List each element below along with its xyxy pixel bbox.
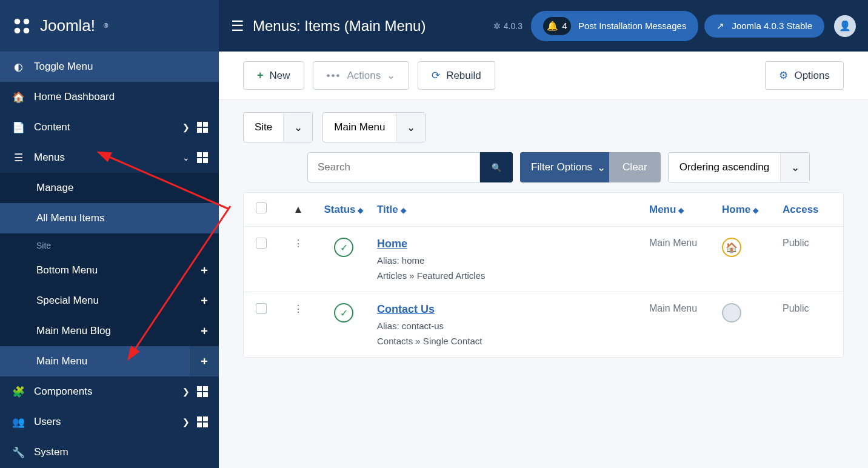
chevron-down-icon: ⌄ xyxy=(597,161,606,174)
dots-icon: ••• xyxy=(327,70,341,82)
add-icon[interactable]: + xyxy=(190,255,219,286)
bell-icon: 🔔 xyxy=(547,21,558,32)
plus-icon: + xyxy=(257,69,264,82)
toggle-icon: ◐ xyxy=(11,61,25,73)
table-row: ⋮ ✓ Contact Us Alias: contact-us Contact… xyxy=(244,292,843,357)
row-checkbox[interactable] xyxy=(256,303,267,314)
joomla-icon: ✲ xyxy=(493,21,501,31)
joomla-stable-link[interactable]: ↗ Joomla 4.0.3 Stable xyxy=(704,15,824,38)
table-row: ⋮ ✓ Home Alias: home Articles » Featured… xyxy=(244,227,843,292)
sort-menu[interactable]: Menu◆ xyxy=(649,204,722,216)
chevron-down-icon: ⌄ xyxy=(182,153,190,162)
logo[interactable]: Joomla!® xyxy=(0,0,219,52)
sidebar-menus[interactable]: ☰ Menus ⌄ xyxy=(0,142,219,173)
chevron-down-icon: ⌄ xyxy=(387,69,395,82)
submenu-special-menu[interactable]: Special Menu+ xyxy=(0,286,219,316)
chevron-down-icon: ⌄ xyxy=(780,153,809,182)
post-install-messages[interactable]: 🔔4 Post Installation Messages xyxy=(531,11,698,41)
external-link-icon: ↗ xyxy=(716,21,724,32)
home-label: Home Dashboard xyxy=(34,91,208,103)
dashboard-icon[interactable] xyxy=(197,416,208,427)
submenu-main-menu[interactable]: Main Menu🏠+ xyxy=(0,346,219,376)
item-path: Articles » Featured Articles xyxy=(377,270,649,281)
toolbar: +New •••Actions⌄ ⟳Rebuild ⚙Options xyxy=(219,52,868,100)
search-input[interactable] xyxy=(307,152,480,182)
chevron-right-icon: ❯ xyxy=(182,122,190,132)
item-menu: Main Menu xyxy=(649,303,722,346)
home-default-icon[interactable]: 🏠 xyxy=(722,238,741,257)
select-all-checkbox[interactable] xyxy=(256,202,267,213)
menus-submenu: Manage All Menu Items Site Bottom Menu+ … xyxy=(0,173,219,376)
client-select[interactable]: Site⌄ xyxy=(243,112,313,142)
ordering-select[interactable]: Ordering ascending⌄ xyxy=(668,152,810,182)
item-menu: Main Menu xyxy=(649,238,722,281)
chevron-right-icon: ❯ xyxy=(182,417,190,427)
add-icon[interactable]: + xyxy=(190,316,219,346)
joomla-icon xyxy=(11,15,33,37)
sort-status[interactable]: Status◆ xyxy=(310,204,377,216)
menu-select[interactable]: Main Menu⌄ xyxy=(322,112,426,142)
status-published-icon[interactable]: ✓ xyxy=(334,238,353,257)
clear-button[interactable]: Clear xyxy=(609,152,661,182)
sort-title[interactable]: Title◆ xyxy=(377,204,649,216)
list-icon: ☰ xyxy=(231,18,244,35)
system-label: System xyxy=(34,446,208,458)
menus-label: Menus xyxy=(34,152,182,164)
sort-icon: ◆ xyxy=(401,206,406,215)
add-icon[interactable]: + xyxy=(190,346,219,376)
sort-ordering[interactable]: ▲ xyxy=(286,204,310,216)
svg-point-1 xyxy=(24,18,30,24)
sidebar-home-dashboard[interactable]: 🏠 Home Dashboard xyxy=(0,82,219,112)
search-box: 🔍 xyxy=(307,152,513,182)
search-button[interactable]: 🔍 xyxy=(480,152,513,182)
stable-label: Joomla 4.0.3 Stable xyxy=(732,21,812,31)
dashboard-icon[interactable] xyxy=(197,386,208,397)
sort-home[interactable]: Home◆ xyxy=(722,204,783,216)
row-checkbox[interactable] xyxy=(256,238,267,249)
options-button[interactable]: ⚙Options xyxy=(765,61,844,90)
page-title-text: Menus: Items (Main Menu) xyxy=(253,18,426,35)
home-toggle-icon[interactable] xyxy=(722,303,741,323)
chevron-down-icon: ⌄ xyxy=(396,113,425,142)
sidebar-components[interactable]: 🧩 Components ❯ xyxy=(0,376,219,407)
dashboard-icon[interactable] xyxy=(197,152,208,163)
item-alias: Alias: home xyxy=(377,255,649,266)
users-icon: 👥 xyxy=(11,416,25,429)
table-header: ▲ Status◆ Title◆ Menu◆ Home◆ Access xyxy=(244,193,843,227)
new-button[interactable]: +New xyxy=(243,61,304,90)
item-title-link[interactable]: Contact Us xyxy=(377,303,435,315)
submenu-manage[interactable]: Manage xyxy=(0,173,219,203)
user-menu[interactable]: 👤 xyxy=(834,15,856,37)
user-icon: 👤 xyxy=(839,20,851,32)
sort-icon: ◆ xyxy=(358,206,363,215)
status-published-icon[interactable]: ✓ xyxy=(334,303,353,323)
item-title-link[interactable]: Home xyxy=(377,238,407,250)
filter-options-button[interactable]: Filter Options⌄ xyxy=(520,152,616,182)
wrench-icon: 🔧 xyxy=(11,446,25,459)
submenu-main-menu-blog[interactable]: Main Menu Blog+ xyxy=(0,316,219,346)
item-path: Contacts » Single Contact xyxy=(377,336,649,346)
svg-point-0 xyxy=(15,18,21,24)
sidebar-users[interactable]: 👥 Users ❯ xyxy=(0,407,219,437)
sync-icon: ⟳ xyxy=(432,69,440,82)
submenu-all-items[interactable]: All Menu Items xyxy=(0,203,219,233)
header: ☰ Menus: Items (Main Menu) ✲4.0.3 🔔4 Pos… xyxy=(219,0,868,52)
sidebar-content[interactable]: 📄 Content ❯ xyxy=(0,112,219,142)
submenu-bottom-menu[interactable]: Bottom Menu+ xyxy=(0,255,219,286)
drag-handle[interactable]: ⋮ xyxy=(286,238,310,281)
sidebar-system[interactable]: 🔧 System xyxy=(0,437,219,467)
dashboard-icon[interactable] xyxy=(197,122,208,133)
sort-access[interactable]: Access xyxy=(783,204,831,216)
post-install-label: Post Installation Messages xyxy=(578,21,686,31)
add-icon[interactable]: + xyxy=(190,286,219,316)
drag-handle[interactable]: ⋮ xyxy=(286,303,310,346)
rebuild-button[interactable]: ⟳Rebuild xyxy=(418,61,495,90)
svg-point-3 xyxy=(24,27,30,33)
items-table: ▲ Status◆ Title◆ Menu◆ Home◆ Access ⋮ ✓ … xyxy=(243,192,844,358)
toggle-label: Toggle Menu xyxy=(34,61,208,73)
svg-point-2 xyxy=(15,27,21,33)
actions-button[interactable]: •••Actions⌄ xyxy=(313,61,410,90)
puzzle-icon: 🧩 xyxy=(11,386,25,398)
toggle-menu[interactable]: ◐ Toggle Menu xyxy=(0,52,219,82)
notif-count: 4 xyxy=(562,21,567,31)
